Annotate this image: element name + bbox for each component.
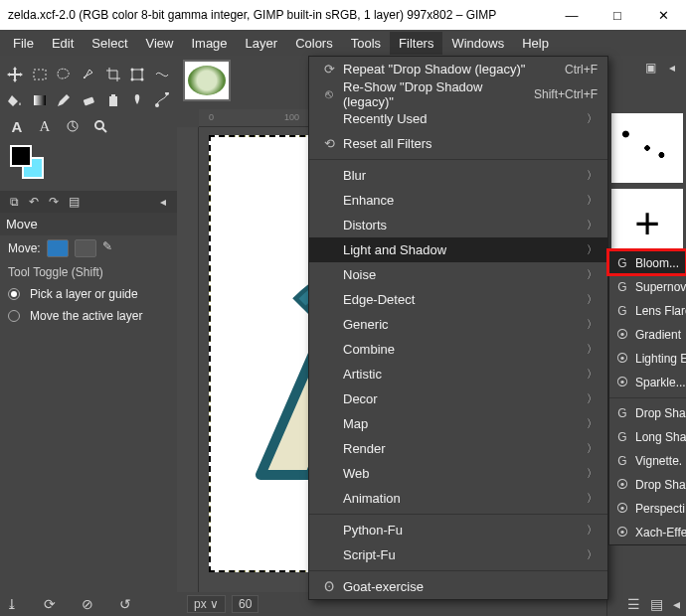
brush-preview-2[interactable]: + <box>611 189 683 258</box>
menu-item-reset-filters[interactable]: ⟲Reset all Filters <box>309 131 607 156</box>
tool-smudge[interactable] <box>128 89 147 111</box>
zoom-value[interactable]: 60 <box>232 595 258 613</box>
menu-item-blur[interactable]: Blur〉 <box>309 163 607 188</box>
tool-eraser[interactable] <box>80 89 98 111</box>
radio-move-active[interactable]: Move the active layer <box>0 305 177 327</box>
submenu-supernova[interactable]: GSupernova <box>609 275 686 299</box>
menu-item-repeat[interactable]: ⟳Repeat "Drop Shadow (legacy)"Ctrl+F <box>309 57 607 81</box>
submenu-long-shadow[interactable]: GLong Sha <box>609 425 686 449</box>
menu-layer[interactable]: Layer <box>237 32 287 55</box>
mode-selection-chip[interactable] <box>75 239 96 257</box>
menu-item-artistic[interactable]: Artistic〉 <box>309 362 607 386</box>
maximize-button[interactable]: □ <box>595 0 640 30</box>
menu-item-web[interactable]: Web〉 <box>309 461 607 486</box>
submenu-bloom[interactable]: GBloom... <box>609 251 686 275</box>
menu-item-scriptfu[interactable]: Script-Fu〉 <box>309 542 607 567</box>
menu-item-combine[interactable]: Combine〉 <box>309 337 607 362</box>
menu-select[interactable]: Select <box>83 32 136 55</box>
submenu-drop-shadow[interactable]: GDrop Sha <box>609 401 686 425</box>
foreground-color[interactable] <box>10 145 32 167</box>
svg-point-10 <box>155 103 159 107</box>
submenu-lens-flare[interactable]: GLens Flare <box>609 299 686 323</box>
tool-fuzzy-select[interactable] <box>80 64 98 85</box>
menu-item-goat[interactable]: ʘGoat-exercise <box>309 574 607 599</box>
menu-bar: File Edit Select View Image Layer Colors… <box>0 30 686 56</box>
menu-windows[interactable]: Windows <box>442 32 513 55</box>
tool-bucket[interactable] <box>6 89 25 111</box>
menu-item-light-shadow[interactable]: Light and Shadow〉 <box>309 237 607 262</box>
tool-clone[interactable] <box>103 89 122 111</box>
tab-images[interactable]: ▤ <box>66 194 82 210</box>
menu-item-reshow[interactable]: ⎋Re-Show "Drop Shadow (legacy)"Shift+Ctr… <box>309 81 607 106</box>
submenu-lighting[interactable]: ⦿Lighting E <box>609 347 686 371</box>
tab-undo-fwd[interactable]: ↷ <box>46 194 62 210</box>
tool-rect-select[interactable] <box>31 64 50 85</box>
tool-text-alt[interactable]: A <box>34 115 56 137</box>
menu-item-decor[interactable]: Decor〉 <box>309 386 607 411</box>
menu-view[interactable]: View <box>137 32 183 55</box>
menu-item-generic[interactable]: Generic〉 <box>309 312 607 337</box>
menu-item-animation[interactable]: Animation〉 <box>309 486 607 511</box>
tool-warp[interactable] <box>152 64 171 85</box>
menu-item-render[interactable]: Render〉 <box>309 436 607 461</box>
restore-options-icon[interactable]: ⟳ <box>44 596 56 612</box>
reset-icon: ⟲ <box>319 136 339 151</box>
submenu-gradient-flare[interactable]: ⦿Gradient <box>609 323 686 347</box>
menu-file[interactable]: File <box>4 32 43 55</box>
menu-colors[interactable]: Colors <box>286 32 342 55</box>
tool-pencil[interactable] <box>55 89 74 111</box>
dock-menu-icon[interactable]: ▣ <box>642 60 658 76</box>
save-options-icon[interactable]: ⤓ <box>6 596 18 612</box>
close-button[interactable]: ✕ <box>640 0 686 30</box>
submenu-vignette[interactable]: GVignette. <box>609 449 686 473</box>
svg-point-4 <box>131 78 134 81</box>
dock-tabs: ⧉ ↶ ↷ ▤ ◂ <box>0 191 177 213</box>
tool-free-select[interactable] <box>55 64 74 85</box>
delete-options-icon[interactable]: ⊘ <box>82 596 93 612</box>
image-tab-thumbnail[interactable] <box>183 60 231 101</box>
layers-icon[interactable]: ☰ <box>627 596 640 612</box>
dock-arrow-icon[interactable]: ◂ <box>673 596 680 612</box>
menu-item-recent[interactable]: Recently Used〉 <box>309 106 607 131</box>
reset-options-icon[interactable]: ↺ <box>119 596 131 612</box>
tool-path[interactable] <box>152 89 171 111</box>
tab-undo[interactable]: ↶ <box>26 194 42 210</box>
submenu-perspective[interactable]: ⦿Perspecti <box>609 497 686 521</box>
menu-help[interactable]: Help <box>513 32 558 55</box>
menu-item-enhance[interactable]: Enhance〉 <box>309 188 607 213</box>
radio-pick-layer[interactable]: Pick a layer or guide <box>0 283 177 305</box>
mode-layer-chip[interactable] <box>47 239 69 257</box>
tool-text[interactable]: A <box>6 115 28 137</box>
menu-image[interactable]: Image <box>182 32 236 55</box>
menu-item-edge-detect[interactable]: Edge-Detect〉 <box>309 287 607 312</box>
minimize-button[interactable]: — <box>549 0 595 30</box>
tab-tool-options[interactable]: ⧉ <box>6 194 22 210</box>
tool-crop[interactable] <box>103 64 122 85</box>
svg-point-13 <box>95 121 103 129</box>
unit-selector[interactable]: px ∨ <box>187 595 226 613</box>
submenu-drop-shadow-legacy[interactable]: ⦿Drop Sha <box>609 473 686 497</box>
mode-path-chip[interactable]: ✎ <box>102 239 124 257</box>
color-swatches[interactable] <box>10 145 54 185</box>
tool-transform[interactable] <box>128 64 147 85</box>
menu-item-pythonfu[interactable]: Python-Fu〉 <box>309 518 607 542</box>
tool-gradient[interactable] <box>31 89 50 111</box>
tool-measure[interactable] <box>62 115 84 137</box>
menu-item-distorts[interactable]: Distorts〉 <box>309 213 607 237</box>
tab-menu-icon[interactable]: ◂ <box>155 194 171 210</box>
reshow-icon: ⎋ <box>319 86 339 101</box>
menu-filters[interactable]: Filters <box>390 32 442 55</box>
menu-tools[interactable]: Tools <box>342 32 390 55</box>
tool-zoom[interactable] <box>89 115 111 137</box>
window-title: zelda.xcf-2.0 (RGB color 8-bit gamma int… <box>8 8 549 22</box>
tool-move[interactable] <box>6 64 25 85</box>
submenu-sparkle[interactable]: ⦿Sparkle... <box>609 371 686 394</box>
submenu-xach[interactable]: ⦿Xach-Effe <box>609 521 686 544</box>
ruler-vertical[interactable] <box>177 127 199 592</box>
channels-icon[interactable]: ▤ <box>650 596 663 612</box>
menu-item-noise[interactable]: Noise〉 <box>309 262 607 287</box>
menu-item-map[interactable]: Map〉 <box>309 411 607 436</box>
menu-edit[interactable]: Edit <box>43 32 83 55</box>
dock-menu-arrow-icon[interactable]: ◂ <box>664 60 680 76</box>
brush-preview-1[interactable] <box>611 113 683 183</box>
